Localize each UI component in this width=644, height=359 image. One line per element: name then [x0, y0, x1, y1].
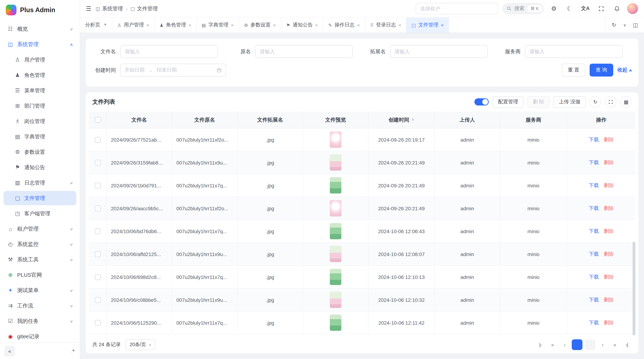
delete-link[interactable]: 删除	[604, 251, 614, 257]
text-input[interactable]	[525, 45, 622, 58]
notifications-bell-icon[interactable]	[611, 3, 622, 14]
upload-button[interactable]: 上传 没做	[554, 96, 586, 108]
sidebar-item-menu-management[interactable]: ☰ 菜单管理	[4, 83, 76, 98]
sidebar-item-client-management[interactable]: ◳ 客户端管理	[4, 206, 76, 221]
column-header-filename[interactable]: 文件名	[106, 112, 172, 128]
translate-icon[interactable]: 文A	[580, 3, 591, 14]
sidebar-item-system-monitoring[interactable]: ◴ 系统监控 ∨	[4, 237, 76, 251]
file-preview-thumbnail[interactable]	[330, 246, 341, 262]
download-link[interactable]: 下载	[589, 182, 599, 189]
row-checkbox[interactable]	[95, 320, 100, 326]
refresh-icon[interactable]: ↻	[609, 20, 619, 30]
collapse-filters-link[interactable]: 收起 ∧	[618, 67, 632, 73]
column-settings-grid-icon[interactable]: ▦	[620, 96, 632, 108]
row-checkbox[interactable]	[95, 160, 100, 165]
query-button[interactable]: 查 询	[590, 64, 613, 76]
close-icon[interactable]: ×	[188, 23, 191, 27]
user-avatar[interactable]	[627, 3, 638, 14]
sidebar-item-system-tools[interactable]: ⚒ 系统工具 ∨	[4, 252, 76, 267]
page-2[interactable]	[584, 339, 595, 350]
close-icon[interactable]: ×	[146, 23, 149, 27]
sidebar-item-dictionary-management[interactable]: ▤ 字典管理	[4, 129, 76, 144]
sidebar-item-department-management[interactable]: ⊞ 部门管理	[4, 99, 76, 113]
column-header-uploader[interactable]: 上传人	[435, 112, 500, 128]
delete-link[interactable]: 删除	[604, 320, 614, 326]
sidebar-item-my-tasks[interactable]: ☑ 我的任务 ∨	[4, 314, 76, 328]
delete-link[interactable]: 删除	[604, 159, 614, 166]
tab-login-log[interactable]: ⠿ 登录日志 ×	[365, 17, 406, 32]
file-preview-thumbnail[interactable]	[330, 200, 341, 216]
tab-user-management[interactable]: ♙ 用户管理 ×	[112, 17, 154, 32]
column-header-provider[interactable]: 服务商	[500, 112, 567, 128]
sidebar-item-gitee-records[interactable]: ◉ gitee记录	[4, 329, 76, 343]
delete-link[interactable]: 删除	[604, 228, 614, 234]
text-input[interactable]	[390, 45, 488, 58]
close-icon[interactable]: ×	[315, 23, 318, 27]
fullscreen-icon[interactable]	[605, 96, 616, 108]
column-header-created-time[interactable]: 创建时间 ▲ ▼	[368, 112, 435, 128]
close-icon[interactable]: ×	[441, 23, 444, 27]
vertical-scrollbar-thumb[interactable]	[632, 242, 636, 336]
delete-link[interactable]: 删除	[604, 182, 614, 189]
tab-analysis-page[interactable]: 分析页	[80, 17, 112, 32]
text-input[interactable]	[120, 45, 218, 58]
row-checkbox[interactable]	[95, 297, 100, 303]
layout-panel-icon[interactable]: ◫	[630, 20, 640, 30]
row-checkbox[interactable]	[95, 228, 100, 234]
text-input[interactable]	[255, 45, 353, 58]
download-link[interactable]: 下载	[589, 136, 599, 143]
file-preview-thumbnail[interactable]	[330, 292, 341, 308]
config-management-button[interactable]: 配置管理	[493, 96, 524, 108]
sidebar-item-file-management[interactable]: ▢ 文件管理	[4, 191, 76, 205]
column-header-original-name[interactable]: 文件原名	[172, 112, 238, 128]
close-icon[interactable]: ×	[231, 23, 234, 27]
fullscreen-icon[interactable]	[595, 3, 607, 14]
column-header-preview[interactable]: 文件预览	[303, 112, 368, 128]
sort-icon[interactable]: ▲ ▼	[412, 118, 414, 122]
column-header-extension[interactable]: 文件拓展名	[238, 112, 303, 128]
sidebar-item-post-management[interactable]: ♗ 岗位管理	[4, 114, 76, 128]
next-fast-button[interactable]: »	[610, 340, 620, 350]
close-icon[interactable]: ×	[357, 23, 360, 27]
sidebar-item-system-management[interactable]: ◫ 系统管理 ∧	[4, 37, 76, 51]
dark-mode-moon-icon[interactable]: ☾	[564, 3, 575, 14]
close-icon[interactable]: ×	[398, 23, 401, 27]
sidebar-item-tenant-management[interactable]: ⌂ 租户管理 ∨	[4, 222, 76, 236]
sidebar-item-overview[interactable]: ☷ 概览 ∨	[4, 22, 76, 36]
delete-link[interactable]: 删除	[604, 274, 614, 280]
delete-link[interactable]: 删除	[604, 205, 614, 212]
sidebar-collapse-button[interactable]: «	[4, 346, 15, 356]
refresh-icon[interactable]: ↻	[590, 96, 601, 108]
end-date-input[interactable]: 结束日期	[157, 67, 177, 73]
tab-file-management[interactable]: ▢ 文件管理 ×	[406, 17, 449, 32]
page-1[interactable]	[572, 339, 582, 350]
prev-page-button[interactable]: ‹	[560, 340, 570, 350]
hamburger-menu-icon[interactable]: ☰	[86, 5, 92, 12]
reset-button[interactable]: 重 置	[562, 64, 585, 76]
date-range-picker[interactable]: 开始日期 → 结束日期	[120, 64, 226, 76]
row-checkbox[interactable]	[95, 137, 100, 142]
download-link[interactable]: 下载	[589, 297, 599, 303]
tab-notice-announcement[interactable]: ⚑ 通知公告 ×	[281, 17, 324, 32]
global-search-button[interactable]: 搜索 ⌘ K	[502, 3, 544, 14]
tab-parameter-settings[interactable]: ⚙ 参数设置 ×	[239, 17, 281, 32]
page-size-select[interactable]: 20条/页 ∨	[126, 339, 155, 350]
download-link[interactable]: 下载	[589, 274, 599, 280]
download-link[interactable]: 下载	[589, 159, 599, 166]
select-all-checkbox[interactable]	[95, 117, 100, 123]
sidebar-item-role-management[interactable]: ♟ 角色管理	[4, 68, 76, 82]
file-preview-thumbnail[interactable]	[330, 177, 341, 193]
delete-link[interactable]: 删除	[604, 136, 614, 143]
tab-role-management[interactable]: ♟ 角色管理 ×	[154, 17, 197, 32]
sidebar-item-user-management[interactable]: ♙ 用户管理	[4, 52, 76, 67]
next-page-button[interactable]: ›	[598, 340, 608, 350]
row-checkbox[interactable]	[95, 205, 100, 211]
last-page-button[interactable]: ›|	[622, 340, 632, 350]
download-link[interactable]: 下载	[589, 251, 599, 257]
tab-operation-log[interactable]: ✎ 操作日志 ×	[323, 17, 365, 32]
app-logo-row[interactable]: Plus Admin	[0, 0, 80, 20]
pin-icon[interactable]	[70, 349, 76, 354]
column-header-operations[interactable]: 操作	[567, 112, 636, 128]
row-checkbox[interactable]	[95, 251, 100, 257]
delete-button[interactable]: 删 除	[527, 96, 550, 108]
